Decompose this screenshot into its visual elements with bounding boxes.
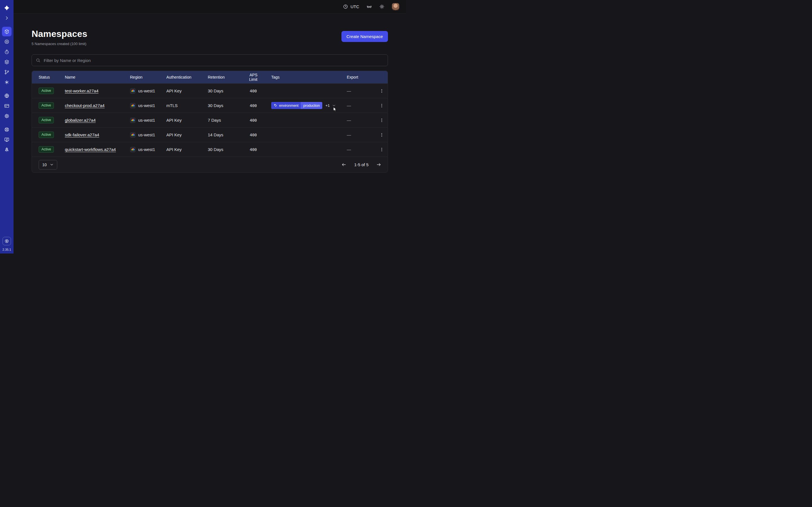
sidebar-item-whats-new[interactable] (2, 145, 11, 155)
col-retention: Retention (208, 75, 240, 79)
more-tags-count[interactable]: +1 (325, 103, 329, 108)
page-size-select[interactable]: 10 (39, 160, 57, 170)
sidebar-item-support[interactable] (2, 125, 11, 134)
sidebar: 2.35.1 (0, 0, 13, 253)
namespace-link[interactable]: quickstart-workflows.a27a4 (65, 147, 116, 152)
auth-method: mTLS (166, 103, 208, 108)
export-value: — (347, 132, 376, 137)
status-badge: Active (39, 88, 54, 94)
table-row: Active quickstart-workflows.a27a4 us-wes… (32, 142, 388, 157)
cube-icon (4, 29, 10, 34)
row-actions-menu[interactable] (378, 102, 386, 109)
sidebar-item-settings[interactable] (2, 111, 11, 121)
col-export: Export (347, 75, 376, 79)
sidebar-item-cloud[interactable] (2, 91, 11, 101)
search-icon (36, 58, 41, 63)
export-value: — (347, 118, 376, 122)
auth-method: API Key (166, 132, 208, 137)
col-region: Region (130, 75, 166, 79)
table-row: Active sdk-failover.a27a4 us-west1 API K… (32, 127, 388, 142)
status-badge: Active (39, 131, 54, 138)
region-label: us-west1 (138, 103, 155, 108)
sidebar-item-task-queues[interactable] (2, 67, 11, 77)
table-footer: 10 1-5 of 5 (32, 157, 388, 172)
row-actions-menu[interactable] (378, 131, 386, 138)
namespace-link[interactable]: globalizer.a27a4 (65, 118, 96, 122)
monitor-arrow-icon (4, 137, 10, 143)
gcp-logo-icon (130, 103, 136, 108)
sidebar-item-batch-operations[interactable] (2, 77, 11, 87)
retention-value: 30 Days (208, 147, 240, 152)
arrow-left-icon (341, 162, 347, 167)
aps-limit-value: 400 (240, 118, 257, 122)
col-status: Status (39, 75, 65, 79)
row-actions-menu[interactable] (378, 117, 386, 124)
gear-icon (4, 113, 10, 119)
aps-limit-value: 400 (240, 103, 257, 108)
auth-method: API Key (166, 147, 208, 152)
namespace-link[interactable]: checkout-prod.a27a4 (65, 103, 105, 108)
table-row: Active globalizer.a27a4 us-west1 API Key… (32, 113, 388, 127)
table-row: Active test-worker.a27a4 us-west1 API Ke… (32, 83, 388, 98)
lifebuoy-icon (4, 127, 10, 132)
next-page-button[interactable] (376, 162, 382, 167)
sidebar-item-nexus[interactable] (2, 37, 11, 47)
tag-chip[interactable]: environment production (271, 102, 322, 109)
tag-key-label: environment (279, 104, 299, 108)
previous-page-button[interactable] (341, 162, 347, 167)
pagination-range: 1-5 of 5 (354, 162, 368, 167)
sidebar-item-docs[interactable] (2, 135, 11, 145)
credit-card-icon (4, 103, 10, 109)
row-actions-menu[interactable] (378, 146, 386, 153)
col-authentication: Authentication (166, 75, 208, 79)
page-title: Namespaces (32, 29, 87, 39)
filter-input[interactable] (44, 58, 384, 63)
namespace-count: 5 Namespaces created (100 limit) (32, 42, 87, 46)
sidebar-item-schedules[interactable] (2, 47, 11, 57)
retention-value: 30 Days (208, 103, 240, 108)
timezone-selector[interactable]: UTC (343, 4, 359, 9)
namespaces-table: Status Name Region Authentication Retent… (32, 71, 388, 173)
filter-bar (32, 54, 388, 66)
export-value: — (347, 89, 376, 93)
globe-icon (4, 93, 10, 99)
sun-icon (379, 4, 385, 9)
export-value: — (347, 147, 376, 152)
col-tags: Tags (257, 75, 347, 79)
app-version: 2.35.1 (3, 248, 11, 251)
col-name: Name (65, 75, 130, 79)
status-badge: Active (39, 146, 54, 153)
region-label: us-west1 (138, 89, 155, 93)
table-header-row: Status Name Region Authentication Retent… (32, 71, 388, 83)
retention-value: 7 Days (208, 118, 240, 122)
tag-value-label: production (301, 102, 322, 109)
sidebar-item-deployments[interactable] (2, 57, 11, 67)
sidebar-item-namespaces[interactable] (2, 27, 11, 36)
col-aps-limit: APS Limit (240, 73, 257, 82)
sidebar-expand-button[interactable] (2, 13, 11, 23)
branch-icon (4, 69, 10, 75)
aps-limit-value: 400 (240, 89, 257, 93)
usage-button[interactable] (3, 237, 11, 245)
arrow-right-icon (376, 162, 382, 167)
region-label: us-west1 (138, 132, 155, 137)
layers-icon (4, 59, 10, 65)
sidebar-item-billing[interactable] (2, 101, 11, 111)
theme-toggle-button[interactable] (379, 4, 385, 9)
namespace-link[interactable]: sdk-failover.a27a4 (65, 132, 99, 137)
row-actions-menu[interactable] (378, 87, 386, 95)
auth-method: API Key (166, 89, 208, 93)
namespace-link[interactable]: test-worker.a27a4 (65, 89, 98, 93)
codec-glasses-button[interactable] (366, 4, 372, 9)
timer-icon (4, 49, 10, 55)
topbar: UTC (13, 0, 406, 13)
target-icon (4, 39, 10, 45)
chevron-down-icon (50, 163, 54, 166)
user-avatar[interactable] (392, 3, 399, 10)
main-content: Namespaces 5 Namespaces created (100 lim… (13, 13, 406, 173)
temporal-logo[interactable] (2, 3, 11, 13)
gcp-logo-icon (130, 117, 136, 123)
create-namespace-button[interactable]: Create Namespace (342, 31, 388, 42)
expand-tags-button[interactable] (332, 103, 336, 108)
gcp-logo-icon (130, 88, 136, 94)
